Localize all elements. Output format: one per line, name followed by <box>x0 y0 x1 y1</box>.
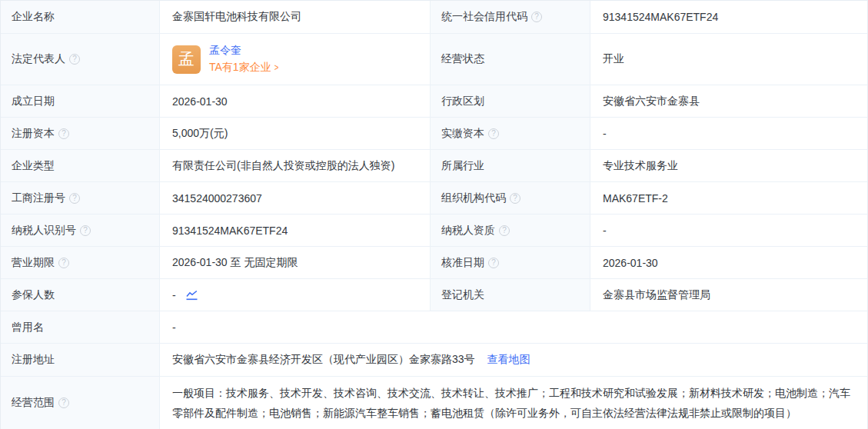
label-admin-division: 行政区划 <box>431 85 590 118</box>
value-taxpayer-id: 91341524MAK67ETF24 <box>160 214 431 247</box>
value-registration-number: 341524000273607 <box>160 182 431 214</box>
label-industry: 所属行业 <box>431 150 590 182</box>
insured-trend-chart-icon[interactable] <box>185 290 198 301</box>
value-approval-date: 2026-01-30 <box>590 247 867 279</box>
label-registration-number: 工商注册号 ? <box>1 182 160 214</box>
value-business-scope: 一般项目：技术服务、技术开发、技术咨询、技术交流、技术转让、技术推广；工程和技术… <box>160 377 867 429</box>
representative-avatar[interactable]: 孟 <box>172 45 201 74</box>
company-info-table: 企业名称 金寨国轩电池科技有限公司 统一社会信用代码 ? 91341524MAK… <box>0 0 868 429</box>
label-taxpayer-id: 纳税人识别号 ? <box>1 214 160 247</box>
help-icon[interactable]: ? <box>80 225 91 236</box>
label-legal-representative: 法定代表人 ? <box>1 34 160 85</box>
help-icon[interactable]: ? <box>58 397 69 408</box>
label-establish-date: 成立日期 <box>1 85 160 118</box>
help-icon[interactable]: ? <box>58 258 69 268</box>
label-paidin-capital: 实缴资本 ? <box>431 118 590 150</box>
label-taxpayer-qualification: 纳税人资质 ? <box>431 214 590 247</box>
value-industry: 专业技术服务业 <box>590 150 867 182</box>
label-registered-address: 注册地址 <box>1 344 160 377</box>
label-company-name: 企业名称 <box>1 1 160 34</box>
representative-companies-link[interactable]: TA有1家企业 > <box>209 61 279 75</box>
label-former-name: 曾用名 <box>1 311 160 344</box>
value-company-type: 有限责任公司(非自然人投资或控股的法人独资) <box>160 150 431 182</box>
label-registered-capital: 注册资本 ? <box>1 118 160 150</box>
label-business-scope: 经营范围 ? <box>1 377 160 429</box>
chevron-right-icon: > <box>274 62 278 73</box>
value-business-term: 2026-01-30 至 无固定期限 <box>160 247 431 279</box>
help-icon[interactable]: ? <box>69 193 80 204</box>
label-credit-code: 统一社会信用代码 ? <box>431 1 590 34</box>
value-org-code: MAK67ETF-2 <box>590 182 867 214</box>
label-company-type: 企业类型 <box>1 150 160 182</box>
help-icon[interactable]: ? <box>58 128 69 139</box>
value-business-status: 开业 <box>590 34 867 85</box>
label-business-term: 营业期限 ? <box>1 247 160 279</box>
help-icon[interactable]: ? <box>488 128 499 139</box>
value-taxpayer-qualification: - <box>590 214 867 247</box>
value-registered-capital: 5,000万(元) <box>160 118 431 150</box>
value-registered-address: 安徽省六安市金寨县经济开发区（现代产业园区）金家寨路33号 查看地图 <box>160 344 867 377</box>
value-former-name: - <box>160 311 867 344</box>
label-registration-authority: 登记机关 <box>431 279 590 311</box>
help-icon[interactable]: ? <box>488 258 499 268</box>
representative-name-link[interactable]: 孟令奎 <box>209 44 279 58</box>
label-business-status: 经营状态 <box>431 34 590 85</box>
help-icon[interactable]: ? <box>531 12 542 22</box>
help-icon[interactable]: ? <box>499 225 510 236</box>
value-legal-representative: 孟 孟令奎 TA有1家企业 > <box>160 34 431 85</box>
value-insured-staff: - <box>160 279 431 311</box>
value-paidin-capital: - <box>590 118 867 150</box>
value-company-name: 金寨国轩电池科技有限公司 <box>160 1 431 34</box>
label-org-code: 组织机构代码 ? <box>431 182 590 214</box>
help-icon[interactable]: ? <box>510 193 520 204</box>
label-insured-staff: 参保人数 <box>1 279 160 311</box>
value-registration-authority: 金寨县市场监督管理局 <box>590 279 867 311</box>
view-map-link[interactable]: 查看地图 <box>487 353 530 367</box>
value-credit-code: 91341524MAK67ETF24 <box>590 1 867 34</box>
label-approval-date: 核准日期 ? <box>431 247 590 279</box>
value-establish-date: 2026-01-30 <box>160 85 431 118</box>
value-admin-division: 安徽省六安市金寨县 <box>590 85 867 118</box>
help-icon[interactable]: ? <box>69 54 80 65</box>
